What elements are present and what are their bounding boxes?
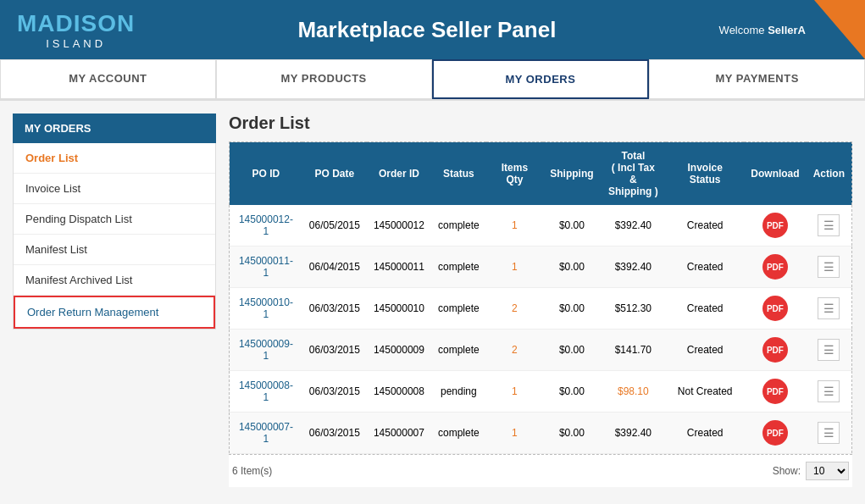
cell-action[interactable]: ☰ [807,413,852,454]
cell-shipping: $0.00 [543,371,600,413]
welcome-user: SellerA [768,24,806,36]
order-table: PO ID PO Date Order ID Status Items Qty … [229,141,852,454]
logo-madison: MADISON [17,10,135,37]
cell-items-qty[interactable]: 1 [486,205,544,246]
col-download: Download [744,142,806,206]
col-po-id: PO ID [230,142,302,206]
cell-po-id: 145000008-1 [230,371,302,413]
cell-total: $141.70 [601,330,667,371]
cell-po-id: 145000011-1 [230,246,302,288]
table-row: 145000011-1 06/04/2015 145000011 complet… [230,246,852,288]
pdf-download-btn[interactable]: PDF [762,296,788,321]
cell-items-qty[interactable]: 2 [486,288,544,330]
table-row: 145000012-1 06/05/2015 145000012 complet… [230,205,852,246]
cell-download[interactable]: PDF [744,288,806,330]
sidebar-item-order-list[interactable]: Order List [14,143,215,174]
header-title: Marketplace Seller Panel [297,17,556,43]
pdf-download-btn[interactable]: PDF [762,337,788,363]
show-label: Show: [773,465,801,477]
cell-download[interactable]: PDF [744,205,806,246]
col-total: Total( Incl Tax &Shipping ) [601,142,667,206]
sidebar-menu: Order List Invoice List Pending Dispatch… [13,143,216,330]
tab-my-payments[interactable]: MY PAYMENTS [649,59,865,99]
cell-status: pending [431,371,486,413]
cell-items-qty[interactable]: 1 [486,413,544,454]
sidebar-item-pending-dispatch[interactable]: Pending Dispatch List [14,204,215,235]
cell-items-qty[interactable]: 1 [486,246,544,288]
cell-download[interactable]: PDF [744,330,806,371]
cell-shipping: $0.00 [543,205,600,246]
cell-action[interactable]: ☰ [807,246,852,288]
cell-action[interactable]: ☰ [807,205,852,246]
main-content: Order List PO ID PO Date Order ID Status… [229,114,852,487]
col-status: Status [431,142,486,206]
action-view-btn[interactable]: ☰ [818,297,840,319]
cell-action[interactable]: ☰ [807,288,852,330]
header-welcome: Welcome SellerA [719,24,806,36]
cell-action[interactable]: ☰ [807,371,852,413]
cell-status: complete [431,205,486,246]
logo-island: ISLAND [46,37,106,50]
cell-po-date: 06/04/2015 [302,246,367,288]
tab-my-account[interactable]: MY ACCOUNT [0,59,216,99]
cell-order-id: 145000007 [367,413,431,454]
cell-total: $98.10 [601,371,667,413]
table-row: 145000010-1 06/03/2015 145000010 complet… [230,288,852,330]
cell-action[interactable]: ☰ [807,330,852,371]
logo: MADISON ISLAND [17,10,135,50]
show-select-container: Show: 102050100 [773,462,849,480]
table-row: 145000007-1 06/03/2015 145000007 complet… [230,413,852,454]
cell-download[interactable]: PDF [744,371,806,413]
table-header-row: PO ID PO Date Order ID Status Items Qty … [230,142,852,206]
tab-my-orders[interactable]: MY ORDERS [432,59,650,99]
pdf-download-btn[interactable]: PDF [762,379,788,404]
action-view-btn[interactable]: ☰ [818,339,840,361]
sidebar: MY ORDERS Order List Invoice List Pendin… [13,114,216,487]
pdf-download-btn[interactable]: PDF [762,420,788,446]
pdf-download-btn[interactable]: PDF [762,213,788,238]
tab-my-products[interactable]: MY PRODUCTS [216,59,432,99]
cell-total: $392.40 [601,205,667,246]
cell-order-id: 145000011 [367,246,431,288]
cell-download[interactable]: PDF [744,246,806,288]
sidebar-title: MY ORDERS [13,114,216,143]
cell-po-id: 145000012-1 [230,205,302,246]
col-action: Action [807,142,852,206]
cell-status: complete [431,413,486,454]
sidebar-item-manifest-list[interactable]: Manifest List [14,235,215,265]
sidebar-item-order-return[interactable]: Order Return Management [14,296,215,329]
cell-status: complete [431,330,486,371]
sidebar-item-manifest-archived[interactable]: Manifest Archived List [14,265,215,296]
cell-shipping: $0.00 [543,330,600,371]
cell-po-date: 06/03/2015 [302,371,367,413]
col-shipping: Shipping [543,142,600,206]
action-view-btn[interactable]: ☰ [818,256,840,278]
cell-status: complete [431,288,486,330]
content: MY ORDERS Order List Invoice List Pendin… [0,101,865,500]
col-invoice-status: Invoice Status [666,142,744,206]
pdf-download-btn[interactable]: PDF [762,254,788,280]
cell-shipping: $0.00 [543,413,600,454]
action-view-btn[interactable]: ☰ [818,422,840,444]
cell-invoice-status: Created [666,246,744,288]
cell-shipping: $0.00 [543,288,600,330]
cell-po-date: 06/03/2015 [302,413,367,454]
cell-po-date: 06/03/2015 [302,330,367,371]
table-row: 145000008-1 06/03/2015 145000008 pending… [230,371,852,413]
show-per-page-select[interactable]: 102050100 [806,462,849,480]
cell-total: $392.40 [601,413,667,454]
cell-order-id: 145000008 [367,371,431,413]
cell-items-qty[interactable]: 1 [486,371,544,413]
cell-items-qty[interactable]: 2 [486,330,544,371]
cell-order-id: 145000012 [367,205,431,246]
header: MADISON ISLAND Marketplace Seller Panel … [0,0,865,59]
col-items-qty: Items Qty [486,142,544,206]
cell-total: $512.30 [601,288,667,330]
col-po-date: PO Date [302,142,367,206]
col-order-id: Order ID [367,142,431,206]
sidebar-item-invoice-list[interactable]: Invoice List [14,174,215,204]
action-view-btn[interactable]: ☰ [818,380,840,402]
action-view-btn[interactable]: ☰ [818,214,840,236]
cell-invoice-status: Created [666,288,744,330]
cell-download[interactable]: PDF [744,413,806,454]
